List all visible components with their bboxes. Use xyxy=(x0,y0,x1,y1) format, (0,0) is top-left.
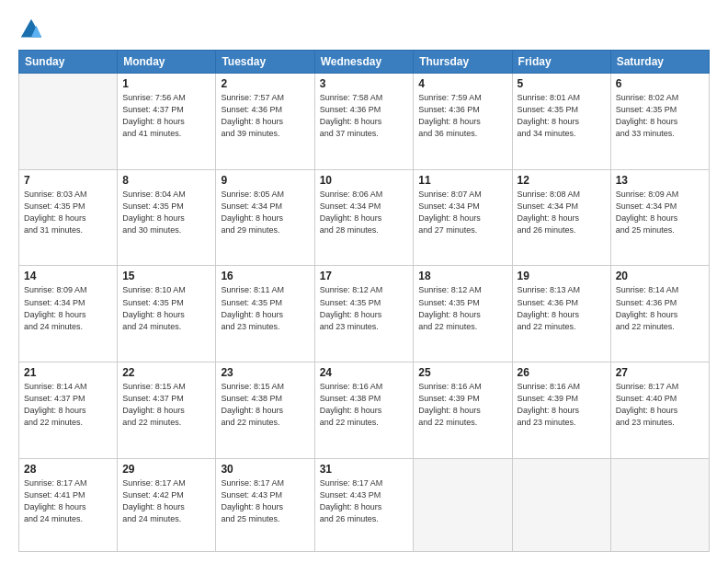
calendar-cell: 16Sunrise: 8:11 AM Sunset: 4:35 PM Dayli… xyxy=(216,266,314,362)
day-info: Sunrise: 8:02 AM Sunset: 4:35 PM Dayligh… xyxy=(616,92,704,140)
calendar-cell: 1Sunrise: 7:56 AM Sunset: 4:37 PM Daylig… xyxy=(118,74,216,170)
day-number: 25 xyxy=(418,366,506,379)
calendar-cell: 24Sunrise: 8:16 AM Sunset: 4:38 PM Dayli… xyxy=(314,362,414,459)
calendar-cell: 22Sunrise: 8:15 AM Sunset: 4:37 PM Dayli… xyxy=(118,362,216,459)
day-number: 16 xyxy=(221,270,309,282)
day-info: Sunrise: 8:12 AM Sunset: 4:35 PM Dayligh… xyxy=(320,284,409,332)
day-number: 10 xyxy=(320,174,409,187)
day-number: 24 xyxy=(320,366,409,379)
day-number: 13 xyxy=(616,174,704,187)
day-of-week-header: Thursday xyxy=(414,51,512,74)
calendar-cell: 30Sunrise: 8:17 AM Sunset: 4:43 PM Dayli… xyxy=(216,458,314,551)
calendar-cell: 26Sunrise: 8:16 AM Sunset: 4:39 PM Dayli… xyxy=(512,362,610,459)
day-number: 1 xyxy=(122,77,210,90)
logo-icon xyxy=(18,17,44,42)
day-info: Sunrise: 8:17 AM Sunset: 4:42 PM Dayligh… xyxy=(122,477,210,525)
calendar-cell: 18Sunrise: 8:12 AM Sunset: 4:35 PM Dayli… xyxy=(414,266,512,362)
day-of-week-header: Monday xyxy=(118,51,216,74)
calendar-cell: 27Sunrise: 8:17 AM Sunset: 4:40 PM Dayli… xyxy=(610,362,709,459)
calendar-cell: 19Sunrise: 8:13 AM Sunset: 4:36 PM Dayli… xyxy=(512,266,610,362)
calendar-cell: 2Sunrise: 7:57 AM Sunset: 4:36 PM Daylig… xyxy=(216,74,314,170)
day-info: Sunrise: 8:11 AM Sunset: 4:35 PM Dayligh… xyxy=(221,284,309,332)
day-info: Sunrise: 8:14 AM Sunset: 4:37 PM Dayligh… xyxy=(24,381,112,429)
page: SundayMondayTuesdayWednesdayThursdayFrid… xyxy=(0,0,728,563)
day-info: Sunrise: 8:01 AM Sunset: 4:35 PM Dayligh… xyxy=(518,92,606,140)
day-info: Sunrise: 8:05 AM Sunset: 4:34 PM Dayligh… xyxy=(221,189,309,236)
calendar-cell: 10Sunrise: 8:06 AM Sunset: 4:34 PM Dayli… xyxy=(314,169,414,266)
logo xyxy=(18,17,48,42)
calendar-cell: 7Sunrise: 8:03 AM Sunset: 4:35 PM Daylig… xyxy=(19,169,118,266)
calendar-cell: 13Sunrise: 8:09 AM Sunset: 4:34 PM Dayli… xyxy=(610,169,709,266)
day-info: Sunrise: 8:16 AM Sunset: 4:39 PM Dayligh… xyxy=(518,381,606,429)
day-number: 14 xyxy=(24,270,112,282)
day-number: 29 xyxy=(122,463,210,476)
calendar-cell: 31Sunrise: 8:17 AM Sunset: 4:43 PM Dayli… xyxy=(314,458,414,551)
calendar-cell: 25Sunrise: 8:16 AM Sunset: 4:39 PM Dayli… xyxy=(414,362,512,459)
calendar-cell: 4Sunrise: 7:59 AM Sunset: 4:36 PM Daylig… xyxy=(414,74,512,170)
day-number: 26 xyxy=(518,366,606,379)
day-of-week-header: Saturday xyxy=(610,51,709,74)
day-number: 23 xyxy=(221,366,309,379)
calendar-cell: 23Sunrise: 8:15 AM Sunset: 4:38 PM Dayli… xyxy=(216,362,314,459)
calendar-cell xyxy=(610,458,709,551)
calendar-cell: 17Sunrise: 8:12 AM Sunset: 4:35 PM Dayli… xyxy=(314,266,414,362)
calendar-cell: 8Sunrise: 8:04 AM Sunset: 4:35 PM Daylig… xyxy=(118,169,216,266)
calendar-cell: 9Sunrise: 8:05 AM Sunset: 4:34 PM Daylig… xyxy=(216,169,314,266)
day-of-week-header: Friday xyxy=(512,51,610,74)
calendar-cell: 14Sunrise: 8:09 AM Sunset: 4:34 PM Dayli… xyxy=(19,266,118,362)
day-number: 18 xyxy=(418,270,506,282)
day-number: 12 xyxy=(518,174,606,187)
day-of-week-header: Wednesday xyxy=(314,51,414,74)
calendar-cell xyxy=(19,74,118,170)
day-info: Sunrise: 8:17 AM Sunset: 4:40 PM Dayligh… xyxy=(616,381,704,429)
day-number: 30 xyxy=(221,463,309,476)
day-info: Sunrise: 8:04 AM Sunset: 4:35 PM Dayligh… xyxy=(122,189,210,236)
day-info: Sunrise: 8:08 AM Sunset: 4:34 PM Dayligh… xyxy=(518,189,606,236)
calendar-cell: 28Sunrise: 8:17 AM Sunset: 4:41 PM Dayli… xyxy=(19,458,118,551)
day-number: 5 xyxy=(518,77,606,90)
day-number: 21 xyxy=(24,366,112,379)
day-number: 8 xyxy=(122,174,210,187)
day-info: Sunrise: 7:58 AM Sunset: 4:36 PM Dayligh… xyxy=(320,92,409,140)
day-number: 27 xyxy=(616,366,704,379)
day-info: Sunrise: 8:06 AM Sunset: 4:34 PM Dayligh… xyxy=(320,189,409,236)
day-number: 17 xyxy=(320,270,409,282)
day-number: 11 xyxy=(418,174,506,187)
day-number: 31 xyxy=(320,463,409,476)
day-info: Sunrise: 8:15 AM Sunset: 4:37 PM Dayligh… xyxy=(122,381,210,429)
day-info: Sunrise: 8:03 AM Sunset: 4:35 PM Dayligh… xyxy=(24,189,112,236)
day-number: 3 xyxy=(320,77,409,90)
day-info: Sunrise: 8:14 AM Sunset: 4:36 PM Dayligh… xyxy=(616,284,704,332)
calendar-cell: 12Sunrise: 8:08 AM Sunset: 4:34 PM Dayli… xyxy=(512,169,610,266)
day-info: Sunrise: 8:07 AM Sunset: 4:34 PM Dayligh… xyxy=(418,189,506,236)
day-info: Sunrise: 8:12 AM Sunset: 4:35 PM Dayligh… xyxy=(418,284,506,332)
day-info: Sunrise: 8:17 AM Sunset: 4:41 PM Dayligh… xyxy=(24,477,112,525)
day-number: 22 xyxy=(122,366,210,379)
day-info: Sunrise: 8:13 AM Sunset: 4:36 PM Dayligh… xyxy=(518,284,606,332)
day-info: Sunrise: 8:09 AM Sunset: 4:34 PM Dayligh… xyxy=(616,189,704,236)
day-info: Sunrise: 8:10 AM Sunset: 4:35 PM Dayligh… xyxy=(122,284,210,332)
day-info: Sunrise: 7:56 AM Sunset: 4:37 PM Dayligh… xyxy=(122,92,210,140)
day-of-week-header: Sunday xyxy=(19,51,118,74)
day-of-week-header: Tuesday xyxy=(216,51,314,74)
calendar-cell: 29Sunrise: 8:17 AM Sunset: 4:42 PM Dayli… xyxy=(118,458,216,551)
calendar-cell: 15Sunrise: 8:10 AM Sunset: 4:35 PM Dayli… xyxy=(118,266,216,362)
day-number: 7 xyxy=(24,174,112,187)
day-info: Sunrise: 7:57 AM Sunset: 4:36 PM Dayligh… xyxy=(221,92,309,140)
calendar-cell: 11Sunrise: 8:07 AM Sunset: 4:34 PM Dayli… xyxy=(414,169,512,266)
day-number: 19 xyxy=(518,270,606,282)
day-number: 2 xyxy=(221,77,309,90)
day-number: 9 xyxy=(221,174,309,187)
day-info: Sunrise: 8:09 AM Sunset: 4:34 PM Dayligh… xyxy=(24,284,112,332)
calendar-cell xyxy=(512,458,610,551)
day-number: 6 xyxy=(616,77,704,90)
day-info: Sunrise: 8:16 AM Sunset: 4:39 PM Dayligh… xyxy=(418,381,506,429)
calendar-cell: 6Sunrise: 8:02 AM Sunset: 4:35 PM Daylig… xyxy=(610,74,709,170)
calendar-cell: 21Sunrise: 8:14 AM Sunset: 4:37 PM Dayli… xyxy=(19,362,118,459)
calendar-table: SundayMondayTuesdayWednesdayThursdayFrid… xyxy=(18,50,710,552)
day-number: 20 xyxy=(616,270,704,282)
day-number: 4 xyxy=(418,77,506,90)
calendar-cell xyxy=(414,458,512,551)
calendar-cell: 3Sunrise: 7:58 AM Sunset: 4:36 PM Daylig… xyxy=(314,74,414,170)
day-number: 15 xyxy=(122,270,210,282)
